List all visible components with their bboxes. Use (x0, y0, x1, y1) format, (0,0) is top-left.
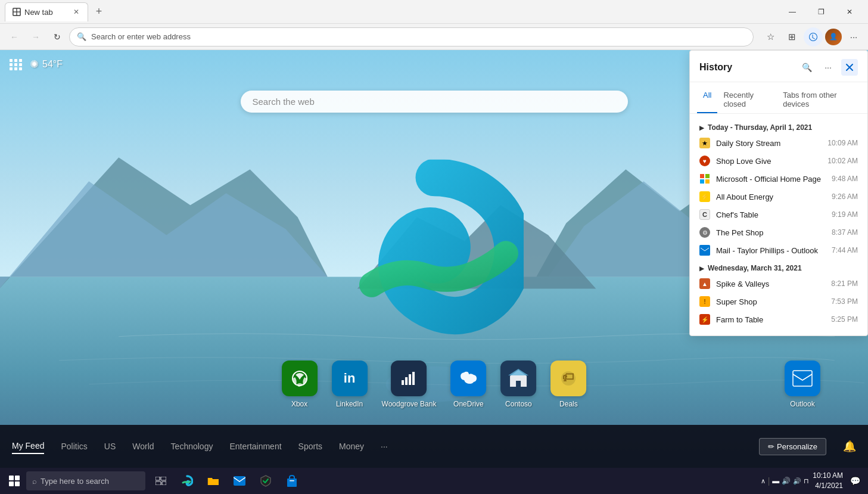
start-button[interactable] (5, 471, 24, 490)
svg-marker-18 (508, 369, 528, 375)
refresh-button[interactable]: ↻ (48, 27, 67, 46)
quick-link-contoso[interactable]: Contoso (500, 361, 536, 408)
svg-rect-37 (290, 480, 294, 481)
history-tab-recently-closed[interactable]: Recently closed (717, 87, 777, 113)
chevron-up-icon[interactable]: ∧ (761, 477, 766, 485)
quick-link-linkedin[interactable]: in LinkedIn (332, 361, 368, 408)
history-tab-all[interactable]: All (697, 87, 717, 113)
notifications-bell[interactable]: 🔔 (843, 440, 856, 453)
onedrive-label: OneDrive (453, 400, 484, 408)
quick-link-deals[interactable]: 🏷 Deals (550, 361, 586, 408)
taskbar-search[interactable]: ⌕ Type here to search (26, 471, 145, 490)
more-button[interactable]: ··· (844, 27, 863, 46)
history-item-title: All About Energy (716, 192, 826, 201)
taskbar-mail[interactable] (229, 470, 250, 492)
history-item-spike-valleys[interactable]: ▲ Spike & Valleys 8:21 PM (690, 275, 867, 293)
personalize-button[interactable]: ✏ Personalize (759, 438, 826, 455)
quick-link-onedrive[interactable]: OneDrive (450, 361, 486, 408)
taskbar: ⌕ Type here to search ∧ | (0, 468, 868, 494)
taskbar-file-explorer[interactable] (203, 470, 224, 492)
news-tab-entertainment[interactable]: Entertainment (229, 439, 281, 453)
active-tab[interactable]: New tab ✕ (5, 2, 88, 21)
back-button[interactable]: ← (5, 27, 24, 46)
quick-link-woodgrove[interactable]: Woodgrove Bank (382, 361, 437, 408)
news-tab-us[interactable]: US (104, 439, 116, 453)
new-tab-button[interactable]: + (91, 4, 107, 20)
xbox-icon (282, 361, 318, 396)
svg-rect-35 (234, 476, 245, 486)
history-item-chefs-table[interactable]: C Chef's Table 9:19 AM (690, 206, 867, 223)
deals-label: Deals (559, 400, 578, 408)
history-item-time: 9:26 AM (832, 192, 858, 201)
volume-icon[interactable]: 🔊 (782, 477, 791, 485)
address-bar[interactable]: 🔍 Search or enter web address (69, 27, 754, 46)
history-close-button[interactable] (841, 59, 858, 76)
news-tab-money[interactable]: Money (339, 439, 364, 453)
svg-rect-2 (14, 13, 17, 15)
current-time: 10:10 AM (813, 471, 843, 481)
history-button[interactable] (804, 27, 823, 46)
quick-link-xbox[interactable]: Xbox (282, 361, 318, 408)
svg-text:🏷: 🏷 (562, 371, 574, 384)
svg-rect-33 (155, 481, 161, 485)
history-item-super-shop[interactable]: ! Super Shop 7:53 PM (690, 293, 867, 310)
history-item-pet-shop[interactable]: ⚙ The Pet Shop 8:37 AM (690, 223, 867, 241)
outlook-icon (785, 361, 820, 396)
taskbar-divider: | (768, 476, 770, 486)
history-item-daily-story[interactable]: ★ Daily Story Stream 10:09 AM (690, 134, 867, 152)
collections-button[interactable]: ⊞ (782, 27, 801, 46)
chefs-favicon: C (699, 209, 710, 220)
taskbar-security[interactable] (255, 470, 276, 492)
history-item-mail[interactable]: Mail - Taylor Phillips - Outlook 7:44 AM (690, 241, 867, 259)
favorites-button[interactable]: ☆ (761, 27, 780, 46)
tab-close-button[interactable]: ✕ (72, 7, 80, 17)
network-wifi-icon[interactable]: ⊓ (804, 477, 809, 485)
news-tab-more[interactable]: ··· (381, 442, 388, 451)
history-item-farm-table[interactable]: ⚡ Farm to Table 5:25 PM (690, 310, 867, 328)
weather-widget[interactable]: ✺ 54°F (30, 58, 63, 71)
maximize-button[interactable]: ❐ (807, 2, 835, 21)
network-icon[interactable]: ▬ (772, 477, 779, 485)
history-item-shop-love[interactable]: ♥ Shop Love Give 10:02 AM (690, 152, 867, 170)
close-button[interactable]: ✕ (836, 2, 863, 21)
woodgrove-icon (391, 361, 427, 396)
history-item-energy[interactable]: ⚡ All About Energy 9:26 AM (690, 188, 867, 206)
apps-grid-button[interactable] (10, 59, 23, 70)
history-body: ▶ Today - Thursday, April 1, 2021 ★ Dail… (690, 114, 867, 335)
news-tab-politics[interactable]: Politics (61, 439, 87, 453)
onedrive-icon (450, 361, 486, 396)
history-item-microsoft[interactable]: Microsoft - Official Home Page 9:48 AM (690, 170, 867, 188)
profile-button[interactable]: 👤 (825, 29, 842, 45)
history-search-button[interactable]: 🔍 (798, 59, 815, 76)
history-more-button[interactable]: ··· (820, 59, 836, 76)
history-item-time: 8:21 PM (831, 279, 858, 288)
contoso-label: Contoso (505, 400, 532, 408)
svg-rect-27 (9, 476, 14, 480)
taskbar-clock[interactable]: 10:10 AM 4/1/2021 (813, 471, 843, 491)
woodgrove-label: Woodgrove Bank (382, 400, 437, 408)
notification-button[interactable]: 💬 (847, 473, 863, 489)
history-tab-other-devices[interactable]: Tabs from other devices (777, 87, 860, 113)
history-item-time: 5:25 PM (831, 315, 858, 324)
svg-rect-32 (161, 477, 166, 480)
outlook-label: Outlook (790, 400, 814, 408)
news-tab-world[interactable]: World (132, 439, 154, 453)
svg-rect-30 (15, 481, 20, 486)
history-item-title: Microsoft - Official Home Page (716, 175, 826, 184)
speaker-icon[interactable]: 🔊 (793, 477, 801, 485)
taskbar-edge[interactable] (176, 470, 198, 492)
tab-bar: New tab ✕ + (5, 0, 779, 23)
history-item-time: 7:44 AM (832, 246, 858, 254)
taskbar-store[interactable] (281, 470, 303, 492)
minimize-button[interactable]: — (779, 2, 806, 21)
svg-rect-15 (406, 377, 408, 385)
taskbar-task-view[interactable] (150, 470, 172, 492)
outlook-quick-link[interactable]: Outlook (785, 361, 820, 408)
search-box[interactable]: Search the web (241, 91, 628, 113)
news-tab-sports[interactable]: Sports (298, 439, 322, 453)
svg-rect-28 (15, 476, 20, 480)
svg-rect-23 (705, 174, 710, 178)
forward-button[interactable]: → (26, 27, 45, 46)
news-tab-technology[interactable]: Technology (171, 439, 213, 453)
news-tab-my-feed[interactable]: My Feed (12, 439, 44, 454)
